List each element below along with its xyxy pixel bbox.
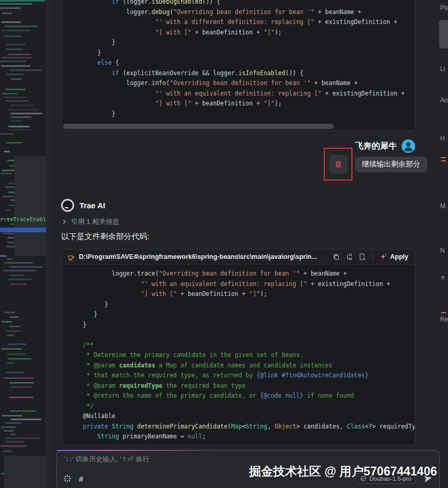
code-line: * that match the required type, as retur…: [68, 371, 408, 381]
code-line: "] with [" + beanDefinition + "]");: [68, 289, 408, 300]
code-line: }: [68, 320, 408, 330]
hash-context-button[interactable]: #: [79, 474, 83, 483]
code-line: * Determine the primary candidate in the…: [68, 350, 408, 361]
code-line: "' with an equivalent definition: replac…: [68, 89, 408, 99]
annotation-highlight-box: [324, 148, 352, 181]
code-line: "] with [" + beanDefinition + "]");: [68, 99, 408, 109]
code-line: logger.trace("Overriding bean definition…: [68, 269, 408, 279]
right-rail-label: Re: [440, 316, 448, 323]
insert-file-icon: [359, 253, 366, 260]
assistant-name: Trae AI: [79, 201, 105, 210]
editor-scrollbar-track[interactable]: [46, 0, 50, 488]
app-window: r.isTraceEnabled() if (logger.isDebugEna…: [0, 0, 448, 488]
code-line: if (explicitBeanOverride && logger.isInf…: [68, 68, 408, 79]
code-line: "' with an equivalent definition: replac…: [68, 279, 408, 290]
trae-ai-logo: [61, 199, 74, 212]
trash-icon: [334, 160, 343, 169]
java-cup-icon: [67, 253, 75, 261]
code-line: * @return the name of the primary candid…: [68, 391, 408, 401]
code-line: else {: [68, 58, 408, 68]
user-avatar[interactable]: [402, 139, 415, 153]
code-line: }: [68, 300, 408, 310]
background-editor-strip: r.isTraceEnabled(): [0, 0, 46, 488]
code-block-with-header: D:\Program\SAVE4\springframework6\spring…: [62, 249, 415, 445]
sparkle-icon: [380, 253, 387, 260]
assistant-header: Trae AI: [61, 199, 105, 212]
spark-burst-icon: [63, 474, 72, 483]
apply-label: Apply: [390, 253, 408, 260]
apply-button[interactable]: Apply: [379, 252, 409, 261]
chat-input-placeholder: '↑↓' 切换历史输入, '⇧⏎' 换行: [64, 455, 149, 464]
code-line: }: [68, 48, 408, 58]
code-line: if (logger.isDebugEnabled()) {: [68, 0, 408, 7]
code-line: [68, 330, 408, 340]
code-content: logger.trace("Overriding bean definition…: [62, 265, 415, 442]
code-line: private String determinePrimaryCandidate…: [68, 422, 408, 432]
delete-message-button[interactable]: [329, 155, 348, 174]
code-line: logger.debug("Overriding bean definition…: [68, 7, 408, 18]
editor-selection-bar: [0, 228, 46, 232]
assistant-intro-text: 以下是文件剩余部分代码:: [61, 232, 149, 242]
reference-label: 引用 1 相关信息: [71, 217, 119, 227]
right-rail-label: H: [440, 135, 445, 142]
copy-icon: [333, 253, 340, 260]
rail-tick: [441, 312, 446, 313]
right-rail-label: Pla: [440, 4, 448, 11]
code-line: String primaryBeanName = null;: [68, 432, 408, 442]
user-message-bubble: 继续输出剩余部分: [355, 157, 427, 172]
user-name: 飞奔的犀牛: [355, 141, 397, 152]
user-message-header: 飞奔的犀牛: [355, 139, 415, 153]
code-line: }: [68, 310, 408, 320]
code-block-header: D:\Program\SAVE4\springframework6\spring…: [62, 249, 415, 265]
user-message-text: 继续输出剩余部分: [362, 160, 420, 168]
horizontal-scrollbar-thumb[interactable]: [63, 124, 334, 129]
code-line: }: [68, 109, 408, 120]
code-block: if (logger.isDebugEnabled()) { logger.de…: [62, 0, 415, 130]
chevron-right-icon: [61, 219, 67, 225]
copy-code-button[interactable]: [332, 252, 341, 261]
code-line: logger.info("Overriding bean definition …: [68, 78, 408, 89]
code-content: if (logger.isDebugEnabled()) { logger.de…: [62, 0, 415, 119]
code-line: "] with [" + beanDefinition + "]");: [68, 28, 408, 38]
right-rail-label: An: [440, 97, 448, 104]
right-rail-label: Li: [440, 65, 445, 73]
header-divider: [373, 253, 373, 260]
person-icon: [402, 139, 415, 153]
code-line: @Nullable: [68, 411, 408, 422]
file-path: D:\Program\SAVE4\springframework6\spring…: [79, 253, 328, 260]
rail-glyph: ≣: [441, 275, 445, 280]
code-line: */: [68, 401, 408, 412]
watermark: 掘金技术社区 @ 用户57067441406: [249, 463, 437, 480]
code-line: "' with a different definition: replacin…: [68, 17, 408, 28]
right-scrollbar-thumb[interactable]: [439, 20, 448, 49]
right-rail-label: M: [440, 203, 445, 210]
rail-tick: [441, 160, 446, 161]
reference-toggle[interactable]: 引用 1 相关信息: [61, 217, 119, 227]
view-diff-button[interactable]: [345, 252, 354, 261]
code-line: }: [68, 38, 408, 48]
editor-code-fragment: r.isTraceEnabled(): [0, 216, 46, 222]
rail-tick: [441, 157, 446, 158]
code-line: * @param candidates a Map of candidate n…: [68, 361, 408, 371]
editor-hover-panel: [4, 456, 46, 488]
list-tree-icon: [346, 253, 353, 260]
right-rail: ≣ PlaLiAnHMNRe: [438, 0, 448, 488]
insert-code-button[interactable]: [358, 252, 367, 261]
editor-hover-panel: [15, 156, 46, 256]
code-line: * @param requiredType the required bean …: [68, 381, 408, 391]
spark-burst-button[interactable]: [63, 474, 72, 483]
code-line: /**: [68, 340, 408, 351]
right-rail-label: N: [440, 247, 445, 254]
